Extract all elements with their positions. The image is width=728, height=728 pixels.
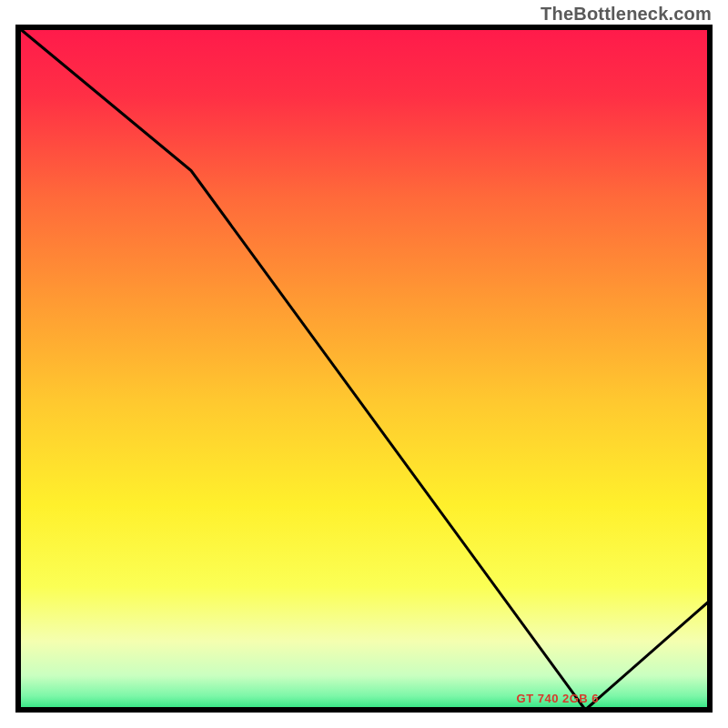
chart-svg: GT 740 2GB 6 xyxy=(0,0,728,728)
plot-gradient xyxy=(18,27,710,710)
annotation-label: GT 740 2GB 6 xyxy=(517,692,600,705)
chart-container: TheBottleneck.com GT 740 2GB 6 xyxy=(0,0,728,728)
